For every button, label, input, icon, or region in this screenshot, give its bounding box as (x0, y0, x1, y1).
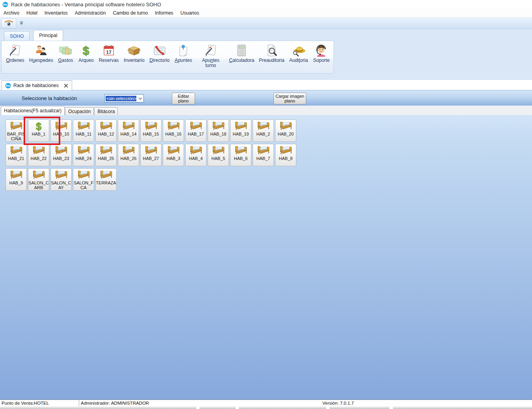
dollar-icon: $ (79, 44, 93, 57)
view-tab-habitaciones-f5-actualizar[interactable]: Habitaciones(F5 actualizar) (1, 106, 65, 115)
room-label: HAB_11 (73, 132, 94, 136)
room-label: HAB_9 (6, 180, 26, 185)
ribbon-button-huespedes[interactable]: Huespedes (27, 43, 55, 64)
room-label: HAB_14 (118, 132, 139, 136)
room-button-hab-17[interactable]: HAB_17 (185, 119, 206, 142)
room-button-hab-14[interactable]: HAB_14 (118, 119, 139, 142)
bed-icon (121, 145, 136, 156)
cash-icon (59, 44, 72, 57)
bed-icon (99, 170, 113, 180)
room-label: SALON_CAY (51, 180, 71, 190)
ribbon-button-auditoria[interactable]: Auditoria (287, 43, 310, 64)
menu-hotel[interactable]: Hotel (23, 9, 41, 17)
room-label: HAB_4 (186, 156, 206, 161)
bed-icon (143, 145, 158, 156)
calculator-icon (235, 44, 248, 57)
room-button-hab-4[interactable]: HAB_4 (185, 144, 206, 166)
room-label: HAB_27 (141, 156, 161, 161)
document-tab-rack-de-habitaciones[interactable]: Rack de habitaciones (1, 80, 72, 90)
menu-cambio-de-turno[interactable]: Cambio de turno (109, 9, 151, 17)
room-button-hab-21[interactable]: HAB_21 (6, 144, 27, 166)
room-label: HAB_16 (163, 132, 184, 136)
room-button-hab-2[interactable]: HAB_2 (253, 119, 274, 142)
bed-icon (143, 121, 158, 132)
ribbon-button-label: Soporte (313, 58, 329, 63)
room-button-hab-24[interactable]: HAB_24 (73, 144, 94, 166)
ribbon-button-soporte[interactable]: Soporte (311, 43, 332, 64)
menu-informes[interactable]: Informes (151, 9, 177, 17)
room-button-hab-23[interactable]: HAB_23 (50, 144, 72, 166)
room-button-hab-26[interactable]: HAB_26 (118, 144, 139, 166)
room-button-salon-fca[interactable]: SALON_FCA (73, 168, 94, 191)
room-button-hab-11[interactable]: HAB_11 (73, 119, 94, 142)
view-tab-bit-cora[interactable]: Bitácora (94, 107, 118, 115)
ribbon-button-label: Auditoria (289, 58, 308, 63)
room-button-hab-7[interactable]: HAB_7 (253, 144, 274, 166)
note-pen-icon (8, 44, 22, 57)
menu-inventarios[interactable]: Inventarios (41, 9, 71, 17)
document-tab-strip: Rack de habitaciones (0, 80, 532, 90)
ribbon-button-label: Inventario (124, 58, 145, 63)
ribbon-button-arqueo[interactable]: $Arqueo (76, 43, 96, 64)
room-button-salon-cay[interactable]: SALON_CAY (50, 168, 72, 191)
select-room-label: Seleccione la habitación (22, 95, 77, 101)
bed-icon (233, 145, 248, 156)
bed-icon (211, 145, 226, 156)
room-button-salon-carb[interactable]: SALON_CARB (28, 168, 49, 191)
ribbon-button-label: Reservas (99, 58, 119, 63)
ribbon-button-gastos[interactable]: Gastos (56, 43, 76, 64)
ribbon-button-reservas[interactable]: 17Reservas (97, 43, 121, 64)
room-button-bar-piscina[interactable]: BAR_PISCINA (6, 119, 27, 142)
menu-usuarios[interactable]: Usuarios (177, 9, 203, 17)
room-button-hab-5[interactable]: HAB_5 (208, 144, 229, 166)
room-button-hab-25[interactable]: HAB_25 (95, 144, 117, 166)
ribbon-button-ordenes[interactable]: Ordenes (4, 43, 26, 64)
room-button-hab-3[interactable]: HAB_3 (163, 144, 184, 166)
ribbon-button-preauditoria[interactable]: Preauditoria (257, 43, 286, 64)
bed-icon (99, 145, 113, 156)
room-button-hab-1[interactable]: $HAB_1 (28, 119, 49, 142)
room-button-hab-18[interactable]: HAB_18 (208, 119, 229, 142)
view-tab-ocupaci-n[interactable]: Ocupación (65, 107, 94, 115)
toolbar-options-icon[interactable] (19, 21, 24, 26)
ribbon-button-inventario[interactable]: Inventario (122, 43, 147, 64)
edit-plan-button[interactable]: Editar plano (172, 93, 195, 104)
ribbon-tab-soho[interactable]: SOHO (4, 31, 30, 41)
room-label: TERRAZA (96, 180, 116, 185)
ribbon-button-calculadora[interactable]: Calculadora (227, 43, 256, 64)
room-button-hab-20[interactable]: HAB_20 (275, 119, 296, 142)
room-button-hab-27[interactable]: HAB_27 (140, 144, 162, 166)
room-button-hab-10[interactable]: HAB_10 (50, 119, 72, 142)
room-label: HAB_2 (253, 132, 273, 136)
bed-icon (76, 170, 91, 180)
load-plan-image-button[interactable]: Cargar imagen plano (273, 93, 306, 104)
room-button-hab-19[interactable]: HAB_19 (230, 119, 251, 142)
ribbon-button-apuntes-turno[interactable]: Apuntes turno (195, 43, 226, 69)
chevron-down-icon (138, 97, 142, 100)
room-button-hab-8[interactable]: HAB_8 (275, 144, 296, 166)
room-row: HAB_21HAB_22HAB_23HAB_24HAB_25HAB_26HAB_… (6, 144, 296, 166)
room-label: HAB_10 (51, 132, 71, 136)
support-person-icon (314, 44, 328, 57)
room-label: HAB_18 (208, 132, 229, 136)
combo-dropdown-button[interactable] (137, 95, 143, 102)
status-bar: Punto de Venta:HOTEL Administrador: ADMI… (0, 400, 532, 409)
menu-administraci-n[interactable]: Administración (71, 9, 110, 17)
room-button-hab-22[interactable]: HAB_22 (28, 144, 49, 166)
ribbon-button-apuntes[interactable]: Apuntes (173, 43, 194, 64)
close-icon[interactable] (64, 84, 68, 88)
room-button-hab-9[interactable]: HAB_9 (6, 168, 27, 191)
ribbon-button-directorio[interactable]: Directorio (147, 43, 172, 64)
room-select-combo[interactable]: <sin selección> (104, 94, 144, 102)
bed-icon (9, 121, 24, 132)
ribbon-button-label: Arqueo (78, 58, 94, 63)
menu-archivo[interactable]: Archivo (0, 9, 23, 17)
room-button-hab-15[interactable]: HAB_15 (140, 119, 162, 142)
room-button-hab-16[interactable]: HAB_16 (163, 119, 184, 142)
room-button-hab-6[interactable]: HAB_6 (230, 144, 251, 166)
room-label: HAB_25 (96, 156, 116, 161)
room-button-hab-12[interactable]: HAB_12 (95, 119, 117, 142)
eye-button[interactable] (1, 19, 16, 28)
ribbon-tab-principal[interactable]: Principal (33, 30, 63, 41)
room-button-terraza[interactable]: TERRAZA (95, 168, 117, 191)
